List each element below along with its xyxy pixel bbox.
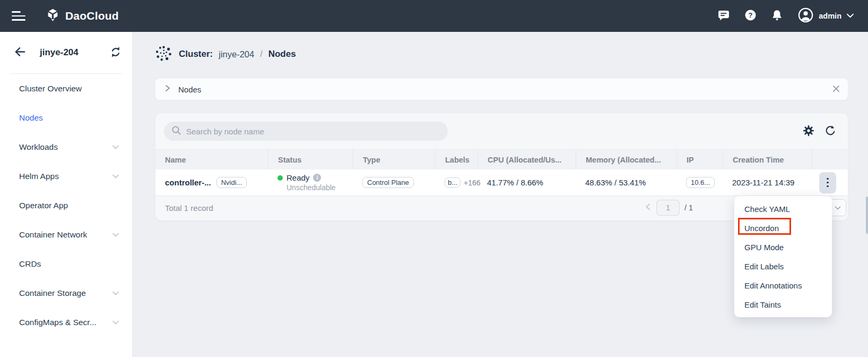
chevron-left-icon — [645, 203, 652, 212]
pagination: / 1 — [645, 196, 693, 219]
page-total-text: / 1 — [684, 203, 693, 212]
table-settings-button[interactable] — [803, 125, 814, 138]
sidebar-item-container-storage[interactable]: Container Storage — [0, 278, 132, 308]
cell-memory: 48.63% / 53.41% — [576, 169, 676, 196]
breadcrumb-cluster-label: Cluster: — [179, 49, 213, 60]
column-header-creation-time: Creation Time — [723, 150, 812, 169]
sidebar: jinye-204 Cluster Overview Nodes — [0, 32, 133, 357]
table-row[interactable]: controller-... Nvidi... Ready i Unschedu… — [155, 169, 848, 196]
column-header-labels: Labels — [435, 150, 478, 169]
menu-item-edit-annotations[interactable]: Edit Annotations — [734, 276, 832, 295]
toolbar-icons — [803, 125, 836, 138]
sidebar-item-configmaps-secrets[interactable]: ConfigMaps & Secr... — [0, 308, 132, 337]
nodes-collapse-banner: Nodes — [155, 79, 848, 100]
brand-name: DaoCloud — [65, 10, 119, 22]
page-number-input[interactable] — [656, 200, 680, 216]
breadcrumb-page-title: Nodes — [268, 49, 296, 60]
menu-item-edit-labels[interactable]: Edit Labels — [734, 257, 832, 276]
sidebar-nav: Cluster Overview Nodes Workloads Helm Ap… — [0, 74, 132, 337]
help-button[interactable]: ? — [744, 9, 757, 23]
switch-icon — [110, 46, 121, 60]
app-window: DaoCloud ? — [0, 0, 868, 357]
notifications-button[interactable] — [771, 9, 783, 23]
table-toolbar — [155, 113, 848, 149]
ip-badge: 10.6... — [686, 177, 715, 188]
refresh-icon — [824, 125, 836, 138]
search-input[interactable] — [186, 127, 440, 136]
menu-item-uncordon[interactable]: Uncordon — [734, 218, 832, 237]
top-navbar: DaoCloud ? — [0, 0, 868, 32]
status-sub-text: Unschedulable — [287, 183, 336, 192]
cell-labels: b... +166 — [435, 169, 478, 196]
breadcrumb-cluster-name[interactable]: jinye-204 — [219, 49, 254, 60]
arrow-left-icon — [14, 46, 26, 60]
gear-icon — [803, 125, 814, 138]
cell-status: Ready i Unschedulable — [268, 169, 353, 196]
column-header-memory: Memory (Allocated... — [576, 150, 676, 169]
cell-cpu: 41.77% / 8.66% — [478, 169, 576, 196]
brand-logo[interactable]: DaoCloud — [46, 8, 119, 24]
cluster-icon — [155, 45, 172, 64]
cell-ip: 10.6... — [676, 169, 723, 196]
sidebar-item-container-network[interactable]: Container Network — [0, 220, 132, 249]
close-icon — [832, 84, 840, 95]
switch-cluster-button[interactable] — [110, 46, 121, 60]
column-header-cpu: CPU (Allocated/Us... — [478, 150, 576, 169]
column-header-actions — [812, 150, 848, 169]
menu-item-check-yaml[interactable]: Check YAML — [734, 199, 832, 218]
scrollbar-track[interactable] — [866, 32, 868, 357]
sidebar-item-nodes[interactable]: Nodes — [0, 103, 132, 132]
chevron-right-icon[interactable] — [164, 84, 171, 95]
banner-close-button[interactable] — [832, 84, 840, 95]
banner-label: Nodes — [178, 85, 201, 94]
cell-name: controller-... Nvidi... — [155, 169, 268, 196]
user-menu[interactable]: admin — [797, 7, 854, 26]
sidebar-item-crds[interactable]: CRDs — [0, 249, 132, 278]
navbar-actions: ? — [717, 7, 868, 26]
svg-text:?: ? — [749, 11, 753, 19]
messages-button[interactable] — [717, 10, 730, 23]
previous-page-button[interactable] — [645, 203, 652, 212]
refresh-button[interactable] — [824, 125, 836, 138]
breadcrumb-separator: / — [260, 49, 262, 59]
column-header-name: Name — [155, 150, 268, 169]
menu-item-gpu-mode[interactable]: GPU Mode — [734, 237, 832, 257]
cell-actions — [812, 169, 848, 196]
sidebar-item-workloads[interactable]: Workloads — [0, 132, 132, 162]
scrollbar-thumb[interactable] — [866, 197, 868, 234]
chevron-down-icon — [112, 232, 119, 237]
chevron-down-icon — [112, 291, 119, 296]
user-name: admin — [819, 12, 841, 20]
sidebar-cluster-name: jinye-204 — [40, 47, 79, 58]
help-icon: ? — [744, 9, 757, 23]
column-header-status: Status — [268, 150, 353, 169]
total-records-text: Total 1 record — [165, 203, 213, 212]
message-icon — [717, 10, 730, 23]
node-name-badge: Nvidi... — [216, 177, 247, 188]
daocloud-logo-icon — [46, 8, 60, 24]
sidebar-header: jinye-204 — [0, 32, 132, 73]
chevron-down-icon — [835, 204, 841, 212]
sidebar-item-helm-apps[interactable]: Helm Apps — [0, 162, 132, 191]
page-header: Cluster: jinye-204 / Nodes — [155, 42, 296, 66]
status-dot — [277, 175, 283, 181]
chevron-down-icon — [846, 11, 854, 21]
status-text: Ready — [287, 173, 309, 182]
avatar-icon — [797, 7, 814, 26]
bell-icon — [771, 9, 783, 23]
row-actions-kebab-button[interactable] — [819, 172, 836, 193]
search-box — [164, 122, 448, 141]
chevron-down-icon — [112, 174, 119, 179]
menu-toggle-button[interactable] — [12, 11, 25, 21]
chevron-down-icon — [112, 320, 119, 325]
menu-item-edit-taints[interactable]: Edit Taints — [734, 295, 832, 314]
row-actions-menu: Check YAML Uncordon GPU Mode Edit Labels… — [734, 196, 832, 317]
back-button[interactable] — [14, 46, 26, 60]
info-icon[interactable]: i — [313, 174, 321, 182]
sidebar-item-operator-app[interactable]: Operator App — [0, 191, 132, 220]
type-badge: Control Plane — [362, 177, 414, 188]
cell-creation-time: 2023-11-21 14:39 — [723, 169, 812, 196]
node-name: controller-... — [165, 178, 211, 187]
sidebar-item-cluster-overview[interactable]: Cluster Overview — [0, 74, 132, 103]
column-header-type: Type — [353, 150, 435, 169]
